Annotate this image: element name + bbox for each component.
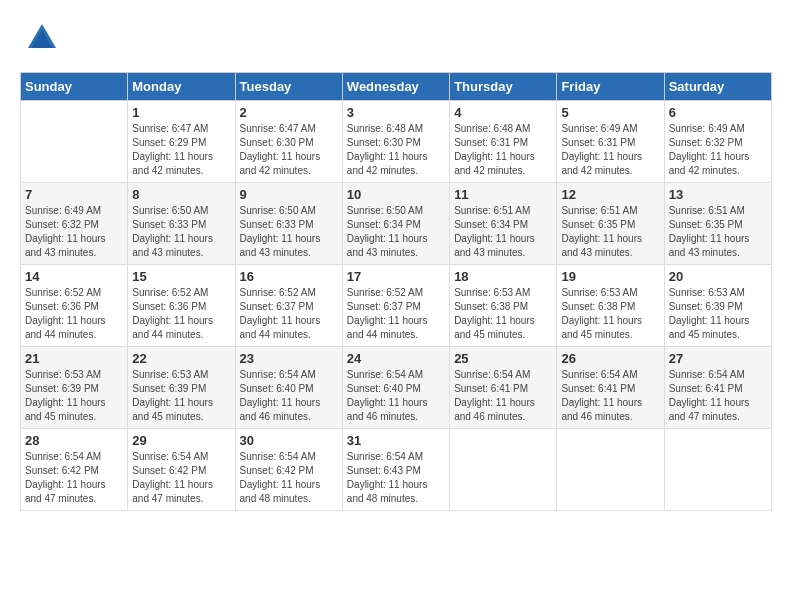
day-info: Sunrise: 6:54 AM Sunset: 6:40 PM Dayligh… bbox=[240, 368, 338, 424]
calendar-header: SundayMondayTuesdayWednesdayThursdayFrid… bbox=[21, 73, 772, 101]
day-number: 29 bbox=[132, 433, 230, 448]
day-info: Sunrise: 6:47 AM Sunset: 6:30 PM Dayligh… bbox=[240, 122, 338, 178]
calendar-week-row: 21Sunrise: 6:53 AM Sunset: 6:39 PM Dayli… bbox=[21, 347, 772, 429]
day-number: 25 bbox=[454, 351, 552, 366]
weekday-header: Thursday bbox=[450, 73, 557, 101]
day-number: 14 bbox=[25, 269, 123, 284]
day-number: 10 bbox=[347, 187, 445, 202]
day-number: 27 bbox=[669, 351, 767, 366]
calendar-cell: 20Sunrise: 6:53 AM Sunset: 6:39 PM Dayli… bbox=[664, 265, 771, 347]
day-number: 9 bbox=[240, 187, 338, 202]
day-number: 28 bbox=[25, 433, 123, 448]
weekday-header: Tuesday bbox=[235, 73, 342, 101]
calendar-cell: 24Sunrise: 6:54 AM Sunset: 6:40 PM Dayli… bbox=[342, 347, 449, 429]
day-info: Sunrise: 6:54 AM Sunset: 6:40 PM Dayligh… bbox=[347, 368, 445, 424]
day-number: 26 bbox=[561, 351, 659, 366]
calendar-cell: 12Sunrise: 6:51 AM Sunset: 6:35 PM Dayli… bbox=[557, 183, 664, 265]
calendar-cell: 23Sunrise: 6:54 AM Sunset: 6:40 PM Dayli… bbox=[235, 347, 342, 429]
day-number: 22 bbox=[132, 351, 230, 366]
page-header bbox=[20, 20, 772, 56]
calendar-body: 1Sunrise: 6:47 AM Sunset: 6:29 PM Daylig… bbox=[21, 101, 772, 511]
calendar-cell: 1Sunrise: 6:47 AM Sunset: 6:29 PM Daylig… bbox=[128, 101, 235, 183]
day-number: 21 bbox=[25, 351, 123, 366]
day-number: 24 bbox=[347, 351, 445, 366]
calendar-cell: 26Sunrise: 6:54 AM Sunset: 6:41 PM Dayli… bbox=[557, 347, 664, 429]
calendar-week-row: 28Sunrise: 6:54 AM Sunset: 6:42 PM Dayli… bbox=[21, 429, 772, 511]
day-number: 15 bbox=[132, 269, 230, 284]
calendar-cell: 31Sunrise: 6:54 AM Sunset: 6:43 PM Dayli… bbox=[342, 429, 449, 511]
day-number: 12 bbox=[561, 187, 659, 202]
calendar-cell: 4Sunrise: 6:48 AM Sunset: 6:31 PM Daylig… bbox=[450, 101, 557, 183]
day-info: Sunrise: 6:50 AM Sunset: 6:34 PM Dayligh… bbox=[347, 204, 445, 260]
calendar-cell: 17Sunrise: 6:52 AM Sunset: 6:37 PM Dayli… bbox=[342, 265, 449, 347]
calendar-cell: 10Sunrise: 6:50 AM Sunset: 6:34 PM Dayli… bbox=[342, 183, 449, 265]
calendar-cell: 7Sunrise: 6:49 AM Sunset: 6:32 PM Daylig… bbox=[21, 183, 128, 265]
calendar-cell: 5Sunrise: 6:49 AM Sunset: 6:31 PM Daylig… bbox=[557, 101, 664, 183]
weekday-header: Friday bbox=[557, 73, 664, 101]
day-number: 31 bbox=[347, 433, 445, 448]
weekday-header: Wednesday bbox=[342, 73, 449, 101]
calendar-cell: 28Sunrise: 6:54 AM Sunset: 6:42 PM Dayli… bbox=[21, 429, 128, 511]
day-number: 17 bbox=[347, 269, 445, 284]
day-number: 18 bbox=[454, 269, 552, 284]
calendar-week-row: 1Sunrise: 6:47 AM Sunset: 6:29 PM Daylig… bbox=[21, 101, 772, 183]
calendar-cell: 22Sunrise: 6:53 AM Sunset: 6:39 PM Dayli… bbox=[128, 347, 235, 429]
calendar-cell: 21Sunrise: 6:53 AM Sunset: 6:39 PM Dayli… bbox=[21, 347, 128, 429]
day-info: Sunrise: 6:52 AM Sunset: 6:36 PM Dayligh… bbox=[132, 286, 230, 342]
day-number: 7 bbox=[25, 187, 123, 202]
weekday-header: Sunday bbox=[21, 73, 128, 101]
calendar-cell: 18Sunrise: 6:53 AM Sunset: 6:38 PM Dayli… bbox=[450, 265, 557, 347]
day-info: Sunrise: 6:54 AM Sunset: 6:42 PM Dayligh… bbox=[132, 450, 230, 506]
calendar-week-row: 14Sunrise: 6:52 AM Sunset: 6:36 PM Dayli… bbox=[21, 265, 772, 347]
day-info: Sunrise: 6:49 AM Sunset: 6:32 PM Dayligh… bbox=[669, 122, 767, 178]
day-info: Sunrise: 6:50 AM Sunset: 6:33 PM Dayligh… bbox=[240, 204, 338, 260]
day-number: 13 bbox=[669, 187, 767, 202]
day-info: Sunrise: 6:54 AM Sunset: 6:43 PM Dayligh… bbox=[347, 450, 445, 506]
calendar-cell: 27Sunrise: 6:54 AM Sunset: 6:41 PM Dayli… bbox=[664, 347, 771, 429]
day-number: 16 bbox=[240, 269, 338, 284]
day-number: 19 bbox=[561, 269, 659, 284]
day-info: Sunrise: 6:48 AM Sunset: 6:31 PM Dayligh… bbox=[454, 122, 552, 178]
calendar-cell: 30Sunrise: 6:54 AM Sunset: 6:42 PM Dayli… bbox=[235, 429, 342, 511]
day-number: 1 bbox=[132, 105, 230, 120]
calendar-cell: 2Sunrise: 6:47 AM Sunset: 6:30 PM Daylig… bbox=[235, 101, 342, 183]
calendar-cell: 13Sunrise: 6:51 AM Sunset: 6:35 PM Dayli… bbox=[664, 183, 771, 265]
day-number: 2 bbox=[240, 105, 338, 120]
day-number: 4 bbox=[454, 105, 552, 120]
day-info: Sunrise: 6:53 AM Sunset: 6:39 PM Dayligh… bbox=[669, 286, 767, 342]
day-info: Sunrise: 6:53 AM Sunset: 6:39 PM Dayligh… bbox=[132, 368, 230, 424]
day-number: 6 bbox=[669, 105, 767, 120]
day-number: 30 bbox=[240, 433, 338, 448]
calendar-cell: 29Sunrise: 6:54 AM Sunset: 6:42 PM Dayli… bbox=[128, 429, 235, 511]
calendar-cell bbox=[450, 429, 557, 511]
calendar-cell: 25Sunrise: 6:54 AM Sunset: 6:41 PM Dayli… bbox=[450, 347, 557, 429]
day-info: Sunrise: 6:54 AM Sunset: 6:41 PM Dayligh… bbox=[454, 368, 552, 424]
day-info: Sunrise: 6:54 AM Sunset: 6:41 PM Dayligh… bbox=[561, 368, 659, 424]
weekday-header: Saturday bbox=[664, 73, 771, 101]
day-info: Sunrise: 6:49 AM Sunset: 6:31 PM Dayligh… bbox=[561, 122, 659, 178]
day-info: Sunrise: 6:51 AM Sunset: 6:35 PM Dayligh… bbox=[561, 204, 659, 260]
calendar-cell bbox=[557, 429, 664, 511]
day-info: Sunrise: 6:51 AM Sunset: 6:34 PM Dayligh… bbox=[454, 204, 552, 260]
day-number: 20 bbox=[669, 269, 767, 284]
day-info: Sunrise: 6:50 AM Sunset: 6:33 PM Dayligh… bbox=[132, 204, 230, 260]
day-number: 8 bbox=[132, 187, 230, 202]
day-info: Sunrise: 6:52 AM Sunset: 6:37 PM Dayligh… bbox=[240, 286, 338, 342]
calendar-cell: 9Sunrise: 6:50 AM Sunset: 6:33 PM Daylig… bbox=[235, 183, 342, 265]
day-number: 3 bbox=[347, 105, 445, 120]
calendar-cell: 3Sunrise: 6:48 AM Sunset: 6:30 PM Daylig… bbox=[342, 101, 449, 183]
calendar-cell: 15Sunrise: 6:52 AM Sunset: 6:36 PM Dayli… bbox=[128, 265, 235, 347]
day-info: Sunrise: 6:48 AM Sunset: 6:30 PM Dayligh… bbox=[347, 122, 445, 178]
calendar-week-row: 7Sunrise: 6:49 AM Sunset: 6:32 PM Daylig… bbox=[21, 183, 772, 265]
day-info: Sunrise: 6:53 AM Sunset: 6:38 PM Dayligh… bbox=[454, 286, 552, 342]
day-info: Sunrise: 6:54 AM Sunset: 6:41 PM Dayligh… bbox=[669, 368, 767, 424]
calendar-table: SundayMondayTuesdayWednesdayThursdayFrid… bbox=[20, 72, 772, 511]
day-info: Sunrise: 6:54 AM Sunset: 6:42 PM Dayligh… bbox=[240, 450, 338, 506]
calendar-cell: 11Sunrise: 6:51 AM Sunset: 6:34 PM Dayli… bbox=[450, 183, 557, 265]
day-info: Sunrise: 6:47 AM Sunset: 6:29 PM Dayligh… bbox=[132, 122, 230, 178]
calendar-cell: 19Sunrise: 6:53 AM Sunset: 6:38 PM Dayli… bbox=[557, 265, 664, 347]
calendar-cell: 6Sunrise: 6:49 AM Sunset: 6:32 PM Daylig… bbox=[664, 101, 771, 183]
calendar-cell bbox=[664, 429, 771, 511]
calendar-cell bbox=[21, 101, 128, 183]
logo-icon bbox=[24, 20, 60, 56]
